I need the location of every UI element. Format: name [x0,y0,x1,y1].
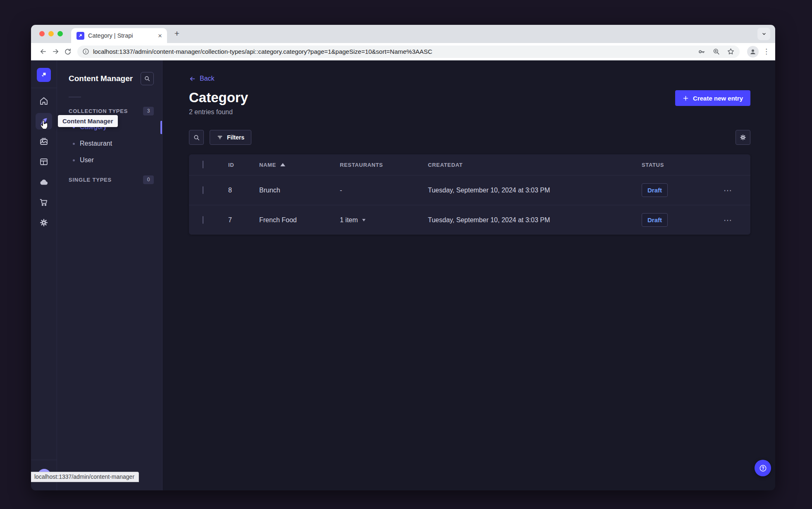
rail-content-type-builder-button[interactable] [36,154,52,170]
entries-count: 2 entries found [189,108,248,116]
chevron-down-icon [362,219,365,221]
status-badge: Draft [642,183,668,197]
cell-restaurants: - [340,187,428,194]
tab-close-icon[interactable]: × [158,32,162,39]
row-actions-menu[interactable]: ⋯ [724,185,750,195]
browser-toolbar: localhost:1337/admin/content-manager/col… [31,43,775,60]
address-bar[interactable]: localhost:1337/admin/content-manager/col… [77,46,740,58]
window-zoom-button[interactable] [57,31,63,36]
page-info-icon[interactable] [82,48,89,55]
password-key-icon[interactable] [697,48,706,56]
rail-settings-button[interactable] [36,214,52,231]
content-type-builder-icon [39,157,49,167]
subnav-item-label: User [80,156,94,164]
nav-tooltip: Content Manager [58,115,118,127]
subnav-item-label: Restaurant [80,140,112,147]
cell-createdat: Tuesday, September 10, 2024 at 3:03 PM [428,187,642,194]
bookmark-star-icon[interactable] [727,48,735,55]
collection-types-label: COLLECTION TYPES [69,108,128,114]
mouse-cursor-hand [39,120,49,132]
window-minimize-button[interactable] [48,31,54,36]
rail-media-library-button[interactable] [36,133,52,150]
create-new-entry-button[interactable]: Create new entry [675,90,750,106]
page-title: Category [189,89,248,106]
filters-label: Filters [227,134,244,141]
cell-createdat: Tuesday, September 10, 2024 at 3:03 PM [428,216,642,224]
bullet-icon [73,143,75,145]
cell-restaurants[interactable]: 1 item [340,216,428,224]
media-library-icon [39,137,49,146]
column-header-status[interactable]: STATUS [642,162,724,168]
subnav-title: Content Manager [69,74,133,83]
single-types-count-badge: 0 [143,175,154,184]
cell-id: 8 [228,187,259,194]
search-icon [193,134,200,141]
strapi-logo-icon[interactable] [37,68,51,82]
table-search-button[interactable] [189,130,204,145]
zoom-page-icon[interactable] [712,48,720,55]
browser-tab[interactable]: Category | Strapi × [71,28,167,43]
row-checkbox[interactable] [203,186,203,194]
subnav-divider [69,97,81,97]
entries-table: ID NAME RESTAURANTS CREATEDAT STATUS 8 B… [189,154,750,235]
subnav-item-user[interactable]: User [69,152,154,168]
collection-types-count-badge: 3 [143,107,154,115]
browser-profile-icon[interactable] [747,46,759,58]
back-arrow-icon [189,75,196,82]
marketplace-cart-icon [39,197,49,207]
column-header-name[interactable]: NAME [259,162,340,168]
back-nav-icon[interactable] [37,46,49,58]
tab-search-chevron-icon[interactable] [757,28,770,40]
column-header-id[interactable]: ID [228,162,259,168]
rail-deploy-button[interactable] [36,174,52,190]
single-types-section: SINGLE TYPES 0 [69,175,154,184]
cell-id: 7 [228,216,259,224]
table-row[interactable]: 7 French Food 1 item Tuesday, September … [189,205,750,235]
cell-name: Brunch [259,187,340,194]
browser-window: Category | Strapi × + localhost:1337/adm… [31,25,775,490]
row-checkbox[interactable] [203,216,203,224]
column-header-name-label: NAME [259,162,276,168]
plus-icon [683,95,689,101]
status-badge: Draft [642,213,668,227]
rail-divider [31,88,57,88]
row-actions-menu[interactable]: ⋯ [724,215,750,225]
subnav-item-restaurant[interactable]: Restaurant [69,135,154,152]
create-new-entry-label: Create new entry [693,95,743,102]
back-link[interactable]: Back [189,74,750,83]
sort-ascending-icon [280,163,285,166]
relation-count-label: 1 item [340,216,358,224]
browser-menu-icon[interactable]: ⋮ [763,47,769,56]
window-close-button[interactable] [39,31,45,36]
back-label: Back [200,75,215,82]
tab-strip: Category | Strapi × + [31,25,775,43]
settings-gear-icon [39,218,49,228]
select-all-checkbox[interactable] [203,161,203,168]
deploy-cloud-icon [39,177,49,187]
subnav-search-button[interactable] [141,72,154,85]
forward-nav-icon[interactable] [49,46,62,58]
tab-title: Category | Strapi [88,32,158,39]
table-row[interactable]: 8 Brunch - Tuesday, September 10, 2024 a… [189,175,750,205]
main-content: Back Category 2 entries found Create new… [162,60,775,490]
link-status-bar: localhost:1337/admin/content-manager [31,472,139,482]
home-icon [39,96,49,106]
strapi-app: KD Content Manager COLLECTION TYPES 3 Ca… [31,60,775,490]
reload-icon[interactable] [62,46,74,58]
filters-button[interactable]: Filters [210,130,251,145]
rail-home-button[interactable] [36,93,52,109]
question-mark-icon [759,464,767,473]
column-header-createdat[interactable]: CREATEDAT [428,162,642,168]
cell-name: French Food [259,216,340,224]
traffic-lights [39,31,63,36]
single-types-label: SINGLE TYPES [69,177,112,183]
view-settings-button[interactable] [736,130,750,145]
filter-icon [217,134,223,141]
rail-marketplace-button[interactable] [36,194,52,211]
help-button[interactable] [755,460,771,476]
search-icon [144,75,150,82]
table-header-row: ID NAME RESTAURANTS CREATEDAT STATUS [189,154,750,175]
active-item-indicator [160,121,162,134]
new-tab-button[interactable]: + [172,29,182,38]
column-header-restaurants[interactable]: RESTAURANTS [340,162,428,168]
